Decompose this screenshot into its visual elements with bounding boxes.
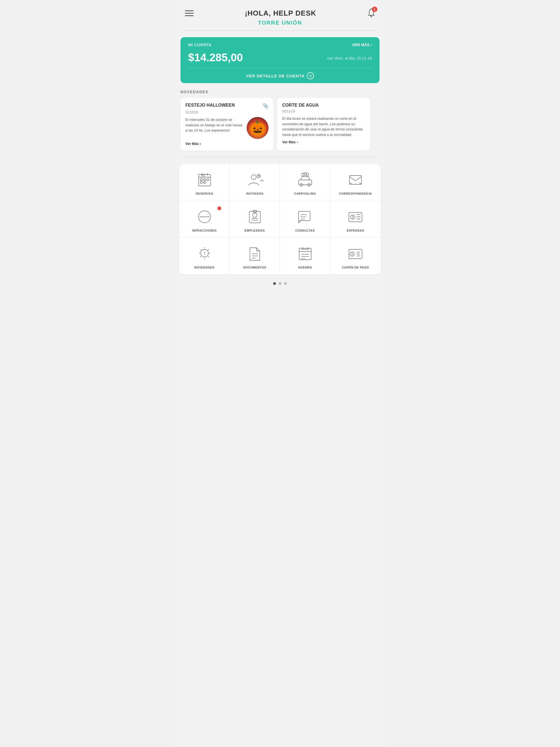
- news-date-agua: 02/11/19: [282, 109, 365, 113]
- reservas-icon: 31: [196, 172, 213, 188]
- svg-rect-38: [349, 212, 362, 222]
- grid-label-carpooling: CARPOOLING: [294, 192, 316, 195]
- greeting-title: ¡HOLA, HELP DESK: [195, 9, 366, 18]
- chevron-right-icon: ›: [371, 43, 372, 47]
- svg-line-48: [208, 256, 209, 257]
- correspondencia-icon: [347, 172, 364, 188]
- news-title-agua: CORTE DE AGUA: [282, 103, 365, 108]
- grid-row-3: NOVEDADES DOCUMENTOS: [179, 238, 381, 275]
- grid-cell-novedades[interactable]: NOVEDADES: [179, 238, 230, 275]
- subtitle: TORRE UNIÓN: [184, 20, 376, 29]
- ver-detalle-button[interactable]: VER DETALLE DE CUENTA ∨: [188, 68, 372, 83]
- grid-label-empleados: EMPLEADOS: [245, 229, 265, 232]
- news-scroll: FESTEJO HALLOWEEN 📎 31/10/19 El miercole…: [175, 98, 385, 156]
- header: ¡HOLA, HELP DESK 1 TORRE UNIÓN: [175, 0, 385, 31]
- grid-label-correspondencia: CORRESPONDENCIA: [339, 192, 372, 195]
- account-card: MI CUENTA VER MÁS › $14.285,00 con Venc.…: [180, 37, 380, 83]
- news-text-halloween: El miercoles 31 de octubre se realizará …: [185, 117, 244, 133]
- grid-cell-invitados[interactable]: INVITADOS: [230, 164, 280, 201]
- grid-label-consultas: CONSULTAS: [295, 229, 315, 232]
- svg-rect-66: [349, 249, 362, 259]
- svg-point-12: [251, 175, 256, 180]
- svg-line-46: [208, 249, 209, 250]
- svg-line-52: [200, 249, 201, 250]
- svg-line-50: [200, 256, 201, 257]
- svg-rect-9: [200, 182, 202, 183]
- grid-cell-agenda[interactable]: AGENDA: [280, 238, 330, 275]
- infracciones-icon: [196, 209, 213, 225]
- header-divider: [184, 30, 376, 31]
- dot-1[interactable]: [273, 282, 276, 285]
- news-card-halloween: FESTEJO HALLOWEEN 📎 31/10/19 El miercole…: [180, 98, 274, 151]
- svg-line-26: [359, 183, 361, 184]
- novedades-menu-icon: [196, 246, 213, 262]
- invitados-icon: [247, 172, 263, 188]
- grid-label-invitados: INVITADOS: [246, 192, 263, 195]
- svg-line-24: [355, 177, 361, 181]
- grid-cell-correspondencia[interactable]: CORRESPONDENCIA: [330, 164, 381, 201]
- news-title-halloween: FESTEJO HALLOWEEN: [185, 103, 260, 108]
- grid-cell-empleados[interactable]: EMPLEADOS: [230, 201, 280, 238]
- grid-row-1: 31 RESERVAS INVITADOS: [179, 164, 381, 201]
- svg-point-30: [253, 213, 257, 217]
- chevron-down-icon: ∨: [307, 72, 314, 79]
- carpooling-icon: [297, 172, 313, 188]
- grid-label-agenda: AGENDA: [298, 266, 312, 269]
- grid-menu-card: 31 RESERVAS INVITADOS: [179, 164, 381, 275]
- dot-2[interactable]: [279, 282, 281, 285]
- hamburger-button[interactable]: [184, 9, 195, 17]
- infracciones-notification-dot: [218, 206, 221, 210]
- svg-rect-16: [299, 180, 312, 185]
- svg-text:$: $: [351, 252, 353, 256]
- grid-label-reservas: RESERVAS: [196, 192, 213, 195]
- grid-cell-cupon-pago[interactable]: $ CUPÓN DE PAGO: [330, 238, 381, 275]
- svg-text:$: $: [352, 215, 354, 219]
- svg-rect-6: [200, 179, 202, 180]
- pagination-dots: [175, 281, 385, 292]
- account-due-date: con Venc. el día: 15-11-19: [327, 56, 372, 60]
- grid-label-cupon-pago: CUPÓN DE PAGO: [342, 266, 369, 269]
- chevron-right-icon: ›: [297, 140, 298, 144]
- news-date-halloween: 31/10/19: [185, 110, 269, 114]
- expensas-icon: $: [347, 209, 364, 225]
- paperclip-icon: 📎: [262, 103, 269, 109]
- grid-label-infracciones: INFRACCIONES: [192, 229, 217, 232]
- svg-line-25: [350, 183, 352, 184]
- svg-line-23: [350, 177, 355, 181]
- halloween-image: [247, 117, 269, 139]
- consultas-icon: [297, 209, 313, 225]
- grid-row-2: INFRACCIONES EMPLEADOS: [179, 201, 381, 238]
- account-amount: $14.285,00: [188, 51, 243, 64]
- notification-badge: 1: [372, 6, 377, 12]
- svg-rect-34: [299, 211, 310, 221]
- notification-button[interactable]: 1: [366, 8, 376, 19]
- grid-cell-consultas[interactable]: CONSULTAS: [280, 201, 330, 238]
- svg-point-0: [371, 16, 372, 17]
- cupon-pago-icon: $: [347, 246, 364, 262]
- grid-label-documentos: DOCUMENTOS: [243, 266, 266, 269]
- novedades-section-label: NOVEDADES: [180, 90, 380, 94]
- chevron-right-icon: ›: [200, 141, 201, 146]
- grid-label-expensas: EXPENSAS: [347, 229, 364, 232]
- grid-label-novedades-menu: NOVEDADES: [194, 266, 214, 269]
- svg-rect-10: [203, 182, 206, 183]
- grid-cell-documentos[interactable]: DOCUMENTOS: [230, 238, 280, 275]
- svg-rect-58: [299, 248, 311, 260]
- agenda-icon: [297, 246, 313, 262]
- svg-rect-8: [207, 179, 209, 180]
- account-ver-mas-link[interactable]: VER MÁS ›: [352, 43, 372, 47]
- grid-cell-carpooling[interactable]: CARPOOLING: [280, 164, 330, 201]
- grid-cell-expensas[interactable]: $ EXPENSAS: [330, 201, 381, 238]
- grid-cell-infracciones[interactable]: INFRACCIONES: [179, 201, 230, 238]
- svg-rect-7: [203, 179, 206, 180]
- account-label: MI CUENTA: [188, 43, 212, 47]
- dot-3[interactable]: [284, 282, 287, 285]
- news-text-agua: El día lunes se estará realizando un cor…: [282, 116, 365, 137]
- svg-text:31: 31: [201, 173, 205, 177]
- header-title-block: ¡HOLA, HELP DESK: [195, 9, 366, 18]
- news-ver-mas-halloween[interactable]: Ver Más ›: [185, 141, 269, 146]
- documentos-icon: [247, 246, 263, 262]
- grid-cell-reservas[interactable]: 31 RESERVAS: [179, 164, 230, 201]
- news-ver-mas-agua[interactable]: Ver Más ›: [282, 140, 365, 144]
- app-container: ¡HOLA, HELP DESK 1 TORRE UNIÓN MI CUENTA…: [175, 0, 385, 747]
